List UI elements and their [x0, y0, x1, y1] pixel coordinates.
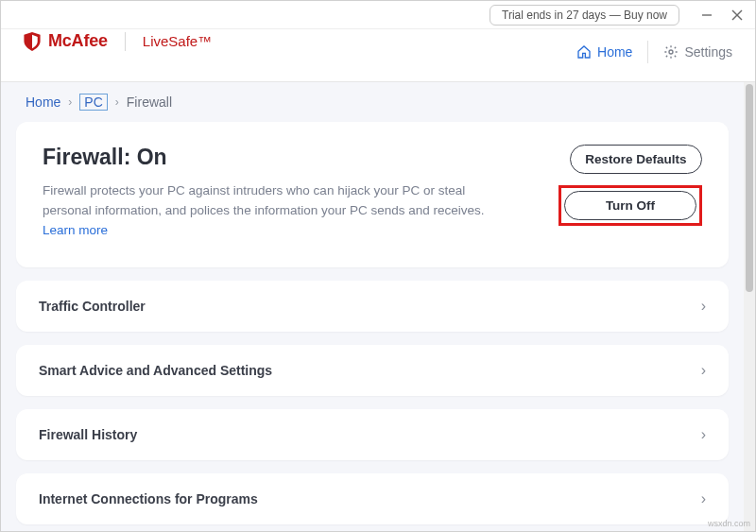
chevron-right-icon: › — [68, 95, 72, 109]
trial-buy-now-button[interactable]: Trial ends in 27 days — Buy now — [490, 5, 679, 26]
nav-home-label: Home — [597, 44, 632, 60]
row-label: Internet Connections for Programs — [39, 491, 258, 506]
firewall-info: Firewall: On Firewall protects your PC a… — [43, 145, 536, 241]
close-button[interactable] — [723, 3, 751, 27]
turn-off-highlight: Turn Off — [558, 185, 702, 226]
firewall-status-card: Firewall: On Firewall protects your PC a… — [16, 122, 729, 267]
chevron-right-icon: › — [701, 298, 706, 315]
brand-name: McAfee — [48, 31, 108, 51]
scrollbar-thumb[interactable] — [746, 84, 753, 292]
chevron-right-icon: › — [115, 95, 119, 109]
firewall-desc-text: Firewall protects your PC against intrud… — [43, 183, 485, 217]
minimize-button[interactable] — [693, 3, 721, 27]
breadcrumb: Home › PC › Firewall — [16, 82, 729, 122]
minimize-icon — [701, 9, 713, 21]
brand-row: McAfee LiveSafe™ Home Settings — [1, 29, 755, 82]
breadcrumb-pc[interactable]: PC — [79, 94, 107, 111]
row-internet-connections[interactable]: Internet Connections for Programs › — [16, 473, 729, 524]
turn-off-button[interactable]: Turn Off — [564, 191, 696, 220]
restore-defaults-button[interactable]: Restore Defaults — [570, 145, 702, 174]
row-label: Traffic Controller — [39, 299, 146, 314]
nav-home[interactable]: Home — [576, 44, 632, 60]
breadcrumb-current: Firewall — [127, 94, 172, 110]
chevron-right-icon: › — [701, 490, 706, 507]
brand-logo: McAfee LiveSafe™ — [24, 31, 212, 51]
app-window: Trial ends in 27 days — Buy now McAfee L… — [0, 0, 756, 532]
row-smart-advice[interactable]: Smart Advice and Advanced Settings › — [16, 345, 729, 396]
brand-divider — [125, 32, 126, 51]
top-nav: Home Settings — [576, 41, 732, 63]
nav-separator — [647, 41, 648, 63]
row-label: Firewall History — [39, 427, 137, 442]
row-label: Smart Advice and Advanced Settings — [39, 363, 272, 378]
gear-icon — [663, 44, 679, 60]
watermark: wsxdn.com — [708, 519, 750, 528]
learn-more-link[interactable]: Learn more — [43, 223, 108, 237]
chevron-right-icon: › — [701, 426, 706, 443]
row-traffic-controller[interactable]: Traffic Controller › — [16, 281, 729, 332]
firewall-actions: Restore Defaults Turn Off — [558, 145, 702, 241]
titlebar: Trial ends in 27 days — Buy now — [1, 1, 755, 29]
content-wrap: Home › PC › Firewall Firewall: On Firewa… — [1, 82, 755, 531]
nav-settings[interactable]: Settings — [663, 44, 732, 60]
chevron-right-icon: › — [701, 362, 706, 379]
row-firewall-history[interactable]: Firewall History › — [16, 409, 729, 460]
scrollbar[interactable] — [744, 82, 755, 531]
nav-settings-label: Settings — [684, 44, 732, 60]
mcafee-shield-icon — [24, 32, 41, 51]
breadcrumb-home[interactable]: Home — [26, 94, 60, 110]
svg-point-3 — [669, 50, 673, 54]
firewall-title: Firewall: On — [43, 145, 536, 170]
close-icon — [731, 9, 743, 21]
content-scroll[interactable]: Home › PC › Firewall Firewall: On Firewa… — [1, 82, 744, 531]
home-icon — [576, 44, 592, 60]
product-name: LiveSafe™ — [143, 33, 212, 49]
firewall-description: Firewall protects your PC against intrud… — [43, 181, 487, 241]
